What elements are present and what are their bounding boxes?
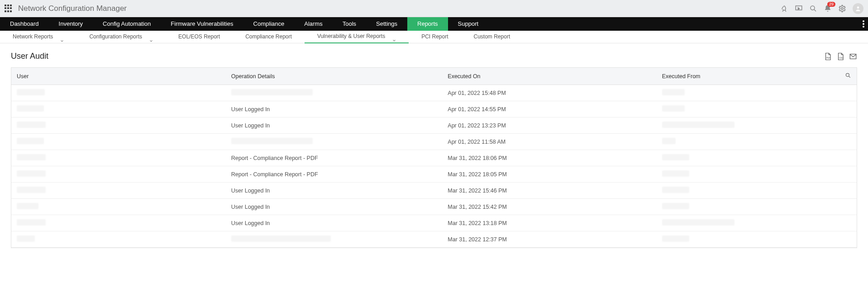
cell-executed-from [657, 199, 839, 215]
svg-text:CSV: CSV [839, 56, 843, 59]
cell-operation: User Logged In [226, 199, 442, 215]
cell-spacer [839, 134, 857, 150]
email-report-icon[interactable] [849, 52, 857, 61]
getting-started-icon[interactable] [780, 5, 788, 13]
column-user[interactable]: User [11, 68, 226, 85]
main-nav: DashboardInventoryConfig AutomationFirmw… [0, 17, 868, 31]
app-title: Network Configuration Manager [18, 4, 127, 13]
table-row[interactable]: Apr 01, 2022 15:48 PM [11, 85, 857, 101]
table-header-row: User Operation Details Executed On Execu… [11, 68, 857, 85]
cell-executed-on: Mar 31, 2022 13:18 PM [442, 215, 656, 231]
table-row[interactable]: Mar 31, 2022 12:37 PM [11, 231, 857, 248]
subnav-item-eol-eos-report[interactable]: EOL/EOS Report [166, 30, 233, 43]
presentation-icon[interactable] [795, 5, 803, 13]
notifications-icon[interactable]: 29 [824, 5, 832, 13]
cell-user [11, 166, 226, 183]
cell-executed-from [657, 166, 839, 183]
cell-spacer [839, 85, 857, 101]
chevron-down-icon [149, 35, 153, 39]
nav-item-compliance[interactable]: Compliance [243, 17, 295, 31]
cell-executed-from [657, 150, 839, 166]
cell-user [11, 183, 226, 199]
subnav-item-custom-report[interactable]: Custom Report [461, 30, 523, 43]
svg-point-4 [863, 20, 864, 22]
table-row[interactable]: User Logged InMar 31, 2022 15:46 PM [11, 183, 857, 199]
subnav-item-configuration-reports[interactable]: Configuration Reports [76, 30, 166, 43]
cell-executed-on: Mar 31, 2022 18:05 PM [442, 166, 656, 183]
user-avatar[interactable] [853, 3, 863, 14]
subnav-item-compliance-report[interactable]: Compliance Report [233, 30, 305, 43]
nav-item-config-automation[interactable]: Config Automation [93, 17, 161, 31]
svg-point-5 [863, 23, 864, 25]
cell-executed-from [657, 231, 839, 248]
table-row[interactable]: Apr 01, 2022 11:58 AM [11, 134, 857, 150]
table-row[interactable]: Report - Compliance Report - PDFMar 31, … [11, 150, 857, 166]
cell-user [11, 199, 226, 215]
column-executed-on[interactable]: Executed On [442, 68, 656, 85]
svg-point-6 [863, 26, 864, 28]
nav-item-firmware-vulnerabilities[interactable]: Firmware Vulnerabilities [161, 17, 243, 31]
nav-item-tools[interactable]: Tools [333, 17, 366, 31]
table-search-icon[interactable] [845, 72, 851, 79]
subnav-item-vulnerability-user-reports[interactable]: Vulnerability & User Reports [305, 30, 409, 43]
svg-point-2 [841, 7, 844, 9]
cell-operation [226, 85, 442, 101]
table-row[interactable]: User Logged InApr 01, 2022 14:55 PM [11, 101, 857, 117]
svg-point-10 [846, 73, 849, 76]
table-row[interactable]: User Logged InApr 01, 2022 13:23 PM [11, 117, 857, 134]
header-right: 29 [780, 3, 863, 14]
svg-point-3 [857, 6, 859, 9]
cell-executed-on: Mar 31, 2022 12:37 PM [442, 231, 656, 248]
nav-item-alarms[interactable]: Alarms [294, 17, 332, 31]
cell-user [11, 85, 226, 101]
table-row[interactable]: User Logged InMar 31, 2022 15:42 PM [11, 199, 857, 215]
global-search-icon[interactable] [809, 5, 817, 13]
cell-executed-on: Apr 01, 2022 13:23 PM [442, 117, 656, 134]
nav-item-inventory[interactable]: Inventory [49, 17, 93, 31]
cell-spacer [839, 150, 857, 166]
header-left: Network Configuration Manager [5, 4, 127, 13]
notifications-badge: 29 [827, 2, 835, 7]
chevron-down-icon [60, 35, 64, 39]
cell-user [11, 215, 226, 231]
cell-executed-on: Apr 01, 2022 11:58 AM [442, 134, 656, 150]
export-pdf-icon[interactable]: PDF [824, 52, 832, 61]
subnav-item-pci-report[interactable]: PCI Report [409, 30, 461, 43]
nav-item-settings[interactable]: Settings [366, 17, 407, 31]
nav-item-support[interactable]: Support [448, 17, 489, 31]
page-content: User Audit PDF CSV User Operation Detail… [0, 43, 868, 256]
cell-executed-from [657, 85, 839, 101]
cell-executed-on: Apr 01, 2022 14:55 PM [442, 101, 656, 117]
apps-grid-icon[interactable] [5, 5, 13, 13]
sub-nav: Network ReportsConfiguration ReportsEOL/… [0, 31, 868, 43]
cell-spacer [839, 215, 857, 231]
subnav-label: Custom Report [474, 31, 510, 43]
column-operation[interactable]: Operation Details [226, 68, 442, 85]
settings-gear-icon[interactable] [838, 5, 846, 13]
user-audit-table: User Operation Details Executed On Execu… [11, 67, 857, 248]
cell-executed-from [657, 134, 839, 150]
table-row[interactable]: User Logged InMar 31, 2022 13:18 PM [11, 215, 857, 231]
cell-operation: Report - Compliance Report - PDF [226, 166, 442, 183]
nav-item-reports[interactable]: Reports [407, 17, 448, 31]
nav-more-icon[interactable] [863, 17, 864, 31]
table-row[interactable]: Report - Compliance Report - PDFMar 31, … [11, 166, 857, 183]
export-csv-icon[interactable]: CSV [836, 52, 844, 61]
subnav-item-network-reports[interactable]: Network Reports [0, 30, 76, 43]
cell-user [11, 117, 226, 134]
cell-executed-on: Apr 01, 2022 15:48 PM [442, 85, 656, 101]
cell-spacer [839, 101, 857, 117]
cell-executed-on: Mar 31, 2022 15:42 PM [442, 199, 656, 215]
cell-operation: User Logged In [226, 101, 442, 117]
cell-user [11, 134, 226, 150]
cell-spacer [839, 117, 857, 134]
subnav-label: Compliance Report [245, 31, 292, 43]
cell-executed-from [657, 215, 839, 231]
page-header: User Audit PDF CSV [11, 52, 857, 61]
app-header: Network Configuration Manager 29 [0, 0, 868, 17]
cell-spacer [839, 231, 857, 248]
nav-item-dashboard[interactable]: Dashboard [0, 17, 49, 31]
cell-executed-on: Mar 31, 2022 18:06 PM [442, 150, 656, 166]
column-search [839, 68, 857, 85]
column-executed-from[interactable]: Executed From [657, 68, 839, 85]
